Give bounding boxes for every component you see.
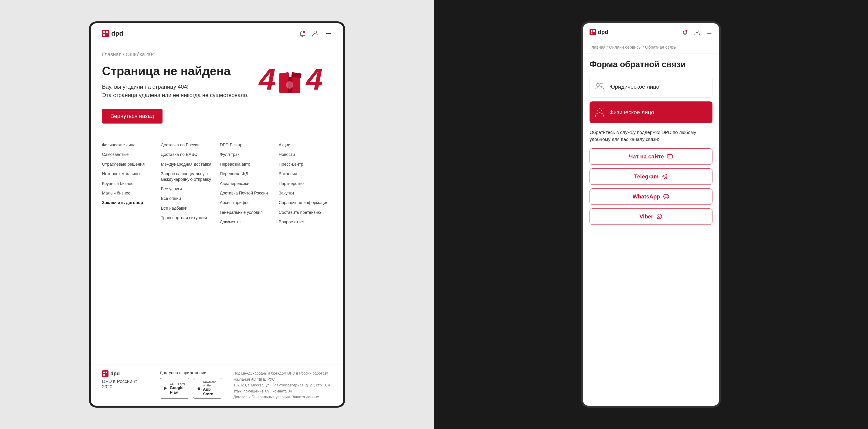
personal-person-label: Физическое лицо xyxy=(609,109,654,116)
google-play-bottom: Google Play xyxy=(170,386,185,395)
header-icons xyxy=(299,30,332,37)
user-icon[interactable] xyxy=(312,30,319,37)
footer-link[interactable]: Запрос на специальнуюмеждународную отпра… xyxy=(161,171,214,182)
telegram-icon xyxy=(661,173,668,180)
whatsapp-label: WhatsApp xyxy=(632,193,660,200)
svg-point-6 xyxy=(314,31,317,34)
viber-button[interactable]: Viber xyxy=(590,208,712,225)
footer-link[interactable]: Закупки xyxy=(279,191,332,196)
personal-person-card[interactable]: Физическое лицо xyxy=(590,101,712,123)
footer-link[interactable]: Отраслевые решения xyxy=(102,162,155,167)
whatsapp-button[interactable]: WhatsApp xyxy=(590,189,712,205)
footer-link[interactable]: Перевозка ЖД xyxy=(220,171,273,176)
error-section: Страница не найдена Вау, вы угодили на с… xyxy=(102,64,332,124)
personal-person-icon xyxy=(594,107,604,118)
footer-link-contract[interactable]: Заключить договор xyxy=(102,200,155,205)
footer-link[interactable]: Авиаперевозки xyxy=(220,181,273,186)
svg-rect-18 xyxy=(103,374,105,376)
tablet-header: dpd xyxy=(91,23,343,44)
footer-link[interactable]: Документы xyxy=(220,220,273,225)
mobile-notification-icon[interactable] xyxy=(682,29,688,35)
footer-link[interactable]: Справочная информация xyxy=(279,200,332,205)
footer-link[interactable]: DPD Pickup xyxy=(220,142,273,148)
app-store-text: Download on the App Store xyxy=(203,380,218,396)
logo-text: dpd xyxy=(111,30,123,37)
mobile-header-icons xyxy=(682,29,712,35)
footer-col-4: Акции Новости Пресс-центр Вакансии Партн… xyxy=(279,142,332,225)
footer-link[interactable]: Акции xyxy=(279,142,332,148)
viber-label: Viber xyxy=(639,213,653,220)
google-play-button[interactable]: GET IT ON Google Play xyxy=(160,378,189,398)
footer-link[interactable]: Новости xyxy=(279,152,332,157)
svg-point-31 xyxy=(598,109,601,112)
svg-rect-1 xyxy=(103,31,105,33)
footer-col-3: DPD Pickup Фулл трэк Перевозка авто Пере… xyxy=(220,142,273,225)
google-play-icon xyxy=(164,386,167,391)
svg-rect-2 xyxy=(106,31,108,33)
google-play-text: GET IT ON Google Play xyxy=(170,382,185,395)
footer-link[interactable]: Физические лица xyxy=(102,142,155,148)
notification-icon[interactable] xyxy=(299,30,306,37)
logo: dpd xyxy=(102,30,123,37)
menu-icon[interactable] xyxy=(324,30,332,37)
footer-link[interactable]: Пресс-центр xyxy=(279,162,332,167)
footer-link[interactable]: Крупный бизнес xyxy=(102,181,155,186)
footer-link[interactable]: Все услуги xyxy=(161,186,214,192)
footer-link[interactable]: Вакансии xyxy=(279,171,332,176)
number-4-left: 4 xyxy=(259,64,275,94)
mobile-frame: dpd Главная / Онлайн с xyxy=(581,22,721,407)
footer-link[interactable]: Доставка Почтой России xyxy=(220,191,273,196)
left-panel: dpd Главная / О xyxy=(0,0,434,429)
svg-point-24 xyxy=(685,30,687,32)
svg-rect-20 xyxy=(591,30,592,32)
footer-link[interactable]: Самозанятые xyxy=(102,152,155,157)
legal-line3: Договор и Генеральные условия, Защита да… xyxy=(233,394,332,400)
error-line2: Эта страница удалена или её никогда не с… xyxy=(102,92,249,98)
footer-logo-section: dpd DPD в России © 2020 xyxy=(102,370,149,400)
footer-link[interactable]: Международная доставка xyxy=(161,162,214,167)
footer-link[interactable]: Все опции xyxy=(161,196,214,201)
app-store-bottom: App Store xyxy=(203,387,218,396)
footer-link[interactable]: Вопрос-ответ xyxy=(279,220,332,225)
mobile-user-icon[interactable] xyxy=(694,29,700,35)
svg-rect-22 xyxy=(591,33,592,34)
right-panel: dpd Главная / Онлайн с xyxy=(434,0,868,429)
svg-point-4 xyxy=(302,36,303,37)
footer-link[interactable]: Архив тарифов xyxy=(220,200,273,205)
footer-link[interactable]: Транспортная ситуация xyxy=(161,215,214,221)
chat-label: Чат на сайте xyxy=(629,153,664,160)
footer-logo-text: dpd xyxy=(111,371,120,377)
mobile-page-title: Форма обратной связи xyxy=(590,59,712,69)
footer-link[interactable]: Партнёрство xyxy=(279,181,332,186)
footer-link[interactable]: Перевозка авто xyxy=(220,162,273,167)
app-buttons: GET IT ON Google Play Download on the Ap… xyxy=(160,378,222,398)
telegram-button[interactable]: Telegram xyxy=(590,168,712,185)
footer-link[interactable]: Интернет-магазины xyxy=(102,171,155,176)
footer-link[interactable]: Фулл трэк xyxy=(220,152,273,157)
error-description: Вау, вы угодили на страницу 404! Эта стр… xyxy=(102,82,259,99)
mobile-main: Форма обратной связи Юридическое лицо Фи… xyxy=(583,54,719,406)
footer-link[interactable]: Генеральные условия xyxy=(220,210,273,215)
footer-copyright: DPD в России © 2020 xyxy=(102,379,149,390)
error-line1: Вау, вы угодили на страницу 404! xyxy=(102,84,189,90)
legal-person-icon xyxy=(594,82,604,92)
viber-icon xyxy=(656,213,663,220)
chat-button[interactable]: Чат на сайте xyxy=(590,148,712,165)
footer-link[interactable]: Доставка по ЕАЭС xyxy=(161,152,214,157)
footer-link[interactable]: Все надбавки xyxy=(161,206,214,211)
footer-link[interactable]: Составить претензию xyxy=(279,210,332,215)
footer-link[interactable]: Доставка по России xyxy=(161,142,214,148)
app-store-button[interactable]: Download on the App Store xyxy=(193,378,222,398)
footer-dpd-logo-icon xyxy=(102,370,108,377)
svg-rect-15 xyxy=(102,370,108,377)
legal-person-card[interactable]: Юридическое лицо xyxy=(590,76,712,98)
legal-person-label: Юридическое лицо xyxy=(609,84,659,90)
mobile-logo-text: dpd xyxy=(598,29,608,35)
footer-link[interactable]: Малый бизнес xyxy=(102,191,155,196)
mobile-menu-icon[interactable] xyxy=(706,29,712,35)
svg-rect-21 xyxy=(593,30,595,32)
chat-icon xyxy=(666,153,673,160)
svg-rect-16 xyxy=(103,371,105,373)
mobile-dpd-logo-icon xyxy=(590,29,596,35)
back-button[interactable]: Вернуться назад xyxy=(102,109,162,124)
